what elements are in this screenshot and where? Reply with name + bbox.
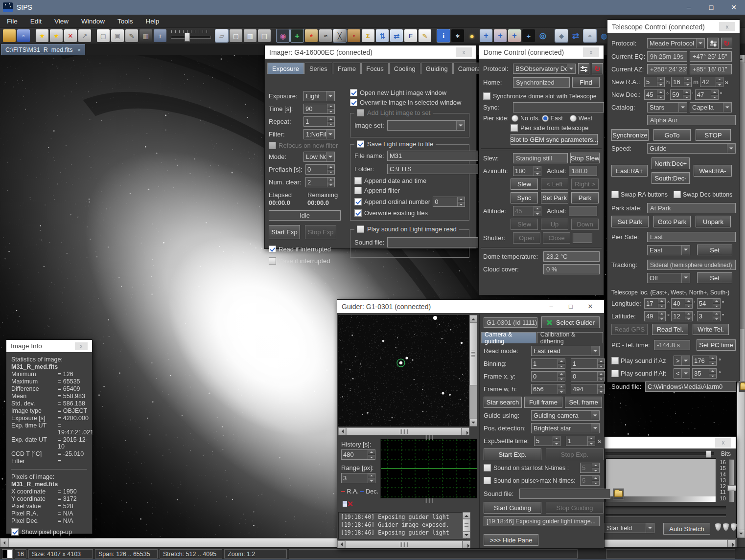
alt-operator-select[interactable]: < xyxy=(674,368,690,379)
toolbar-separator[interactable] xyxy=(93,30,95,42)
sound-pulse-max-checkbox[interactable] xyxy=(484,477,491,484)
guider-title-bar[interactable]: Guider: G1-0301 (connected) – □ ✕ xyxy=(337,300,604,313)
splitter-grip[interactable] xyxy=(425,498,433,503)
show-pixel-popup-checkbox[interactable] xyxy=(11,528,19,536)
synchronize-button[interactable]: Synchronize xyxy=(611,129,649,141)
altitude-up-button[interactable]: Up xyxy=(541,219,568,230)
dome-park-button[interactable]: Park xyxy=(571,192,599,203)
move-image-icon[interactable]: ↗ xyxy=(78,29,91,42)
altitude-slew-button[interactable]: Slew xyxy=(511,219,538,230)
palette-icon[interactable]: ● xyxy=(348,29,360,42)
scroll-left-icon[interactable] xyxy=(0,538,8,547)
texture-icon[interactable]: ▦ xyxy=(140,29,152,42)
toolbar-separator[interactable] xyxy=(551,30,554,42)
tel-settings-button[interactable] xyxy=(707,38,719,49)
full-frame-button[interactable]: Full frame xyxy=(524,397,562,408)
tile-horizontal-icon[interactable]: ▤ xyxy=(258,29,271,42)
binning-y-stepper[interactable] xyxy=(571,358,605,369)
tab-focus[interactable]: Focus xyxy=(361,63,388,74)
latitude-sec-stepper[interactable] xyxy=(697,311,721,321)
folder-input[interactable] xyxy=(387,164,478,174)
step-up-icon[interactable] xyxy=(534,166,541,171)
binning-x-stepper[interactable] xyxy=(531,358,565,369)
image-info-icon[interactable]: i xyxy=(437,29,450,42)
azimuth-right-button[interactable]: Right > xyxy=(571,179,599,190)
read-gps-button[interactable]: Read GPS xyxy=(611,324,648,335)
numclear-stepper[interactable] xyxy=(305,177,335,187)
step-up-icon[interactable] xyxy=(327,178,334,182)
guider-start-exp-button[interactable]: Start Exp. xyxy=(484,448,541,460)
north-dec-button[interactable]: North:Dec+ xyxy=(652,157,690,169)
scroll-down-icon[interactable] xyxy=(469,419,477,426)
add-to-set-checkbox[interactable] xyxy=(357,109,364,116)
pos-detection-select[interactable]: Brightest star xyxy=(531,423,600,433)
tracking-select[interactable]: Off xyxy=(647,273,690,283)
refocus-checkbox[interactable] xyxy=(269,142,276,149)
step-down-icon[interactable] xyxy=(327,122,334,126)
star-cross-icon[interactable]: + xyxy=(291,29,303,42)
ordinal-stepper[interactable] xyxy=(433,197,465,207)
play-sound-checkbox[interactable] xyxy=(357,225,364,233)
auto-stretch-button[interactable]: Auto Stretch xyxy=(663,523,710,535)
frame-h-stepper[interactable] xyxy=(571,384,605,394)
range-stepper[interactable] xyxy=(341,473,375,483)
sharpen-brush-icon[interactable]: ★ xyxy=(305,29,318,42)
star-search-button[interactable]: Star search xyxy=(484,397,522,408)
time-stepper[interactable] xyxy=(303,104,335,114)
menu-item[interactable]: View xyxy=(54,18,69,25)
align-frames-icon[interactable]: + xyxy=(522,29,535,42)
exp-time-stepper[interactable] xyxy=(534,436,560,446)
guider-minimize-button[interactable]: – xyxy=(542,301,560,312)
dome-find-button[interactable]: Find xyxy=(572,77,600,88)
add-pane-icon[interactable]: + xyxy=(154,29,166,42)
pulse-n-stepper[interactable] xyxy=(580,475,600,486)
alt-threshold-stepper[interactable] xyxy=(692,368,717,379)
clear-log-icon[interactable]: ✕ xyxy=(347,499,353,509)
browse-thumbnails-icon[interactable]: ▱ xyxy=(215,29,228,42)
fits-header-icon[interactable]: F xyxy=(404,29,417,42)
scroll-right-icon[interactable] xyxy=(727,539,736,547)
menu-item[interactable]: Edit xyxy=(30,18,42,25)
latitude-deg-stepper[interactable] xyxy=(644,311,666,321)
step-down-icon[interactable] xyxy=(327,182,334,187)
stretch-high-slider-handle[interactable] xyxy=(706,450,711,458)
math-sigma-icon[interactable]: Σ xyxy=(362,29,374,42)
step-up-icon[interactable] xyxy=(327,165,334,170)
step-up-icon[interactable] xyxy=(327,104,334,109)
slot-gem-sync-button[interactable]: Slot to GEM sync parameters... xyxy=(511,134,598,145)
document-tab[interactable]: C:\FITS\M31_R_med.fits × xyxy=(1,44,85,55)
append-ordinal-checkbox[interactable] xyxy=(354,198,362,205)
sound-file-input[interactable] xyxy=(387,237,478,247)
sum-frames-icon[interactable]: + xyxy=(480,29,492,42)
droplet-icon[interactable] xyxy=(715,523,721,531)
rgb-split-icon[interactable]: + xyxy=(508,29,521,42)
toolbar-separator[interactable] xyxy=(272,30,275,42)
frame-y-stepper[interactable] xyxy=(571,371,605,381)
append-filter-checkbox[interactable] xyxy=(354,187,362,194)
image-info-close-button[interactable]: x xyxy=(75,342,88,350)
step-up-icon[interactable] xyxy=(534,206,541,211)
guider-image-vscrollbar-thumb[interactable] xyxy=(469,323,477,385)
dome-control-icon[interactable]: ◓ xyxy=(583,29,596,42)
new-image-icon[interactable]: ★ xyxy=(36,29,48,42)
mode-select[interactable]: Low Noise xyxy=(303,152,335,162)
catalog-select[interactable]: Stars xyxy=(647,102,687,112)
overwrite-files-checkbox[interactable] xyxy=(354,209,362,217)
telescope-title-bar[interactable]: Telescope Control (connected) x xyxy=(607,20,740,33)
dome-sync-input[interactable] xyxy=(513,102,604,112)
east-ra-button[interactable]: East:RA+ xyxy=(611,165,648,177)
pier-side-select[interactable]: East xyxy=(647,245,690,255)
tel-reconnect-button[interactable]: ↻ xyxy=(721,38,732,49)
ra-hours-stepper[interactable] xyxy=(644,77,665,87)
longitude-sec-stepper[interactable] xyxy=(697,298,721,309)
tab-guiding[interactable]: Guiding xyxy=(421,63,453,74)
minimize-button[interactable]: – xyxy=(677,0,700,15)
az-operator-select[interactable]: > xyxy=(674,356,690,366)
color-tool-icon[interactable]: ◉ xyxy=(277,29,289,42)
file-name-input[interactable] xyxy=(387,151,478,161)
shutter-open-button[interactable]: Open xyxy=(513,232,540,244)
pier-no-offset-radio[interactable] xyxy=(512,115,518,122)
step-down-icon[interactable] xyxy=(458,202,465,206)
guider-window-hscrollbar-thumb[interactable] xyxy=(345,540,463,548)
scroll-up-icon[interactable] xyxy=(469,315,477,323)
